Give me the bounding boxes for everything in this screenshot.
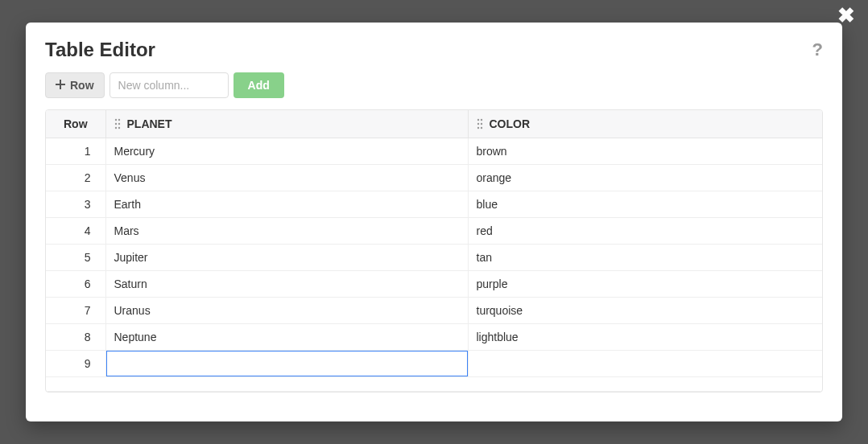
data-table: Row PLANET <box>46 110 822 392</box>
row-number-cell: 1 <box>46 138 105 165</box>
svg-point-4 <box>114 127 116 129</box>
table-wrapper: Row PLANET <box>45 109 823 393</box>
svg-point-1 <box>118 119 119 121</box>
table-row: 1Mercurybrown <box>46 138 822 165</box>
help-icon[interactable]: ? <box>812 39 823 60</box>
color-cell[interactable]: lightblue <box>468 324 822 351</box>
header-color-label: COLOR <box>490 117 531 130</box>
row-number-cell: 7 <box>46 298 105 324</box>
new-column-input[interactable] <box>110 72 229 98</box>
svg-point-9 <box>480 123 482 125</box>
table-editor-modal: Table Editor ? Row Add Row <box>26 23 842 421</box>
planet-cell[interactable]: Saturn <box>105 271 468 298</box>
row-number-cell: 4 <box>46 218 105 245</box>
add-column-button[interactable]: Add <box>234 72 284 98</box>
planet-cell[interactable] <box>105 351 468 377</box>
add-row-button[interactable]: Row <box>45 72 105 98</box>
table-header-row: Row PLANET <box>46 110 822 138</box>
header-color[interactable]: COLOR <box>468 110 822 138</box>
svg-point-5 <box>118 127 119 129</box>
planet-cell[interactable]: Uranus <box>105 298 468 324</box>
table-footer-row <box>46 377 822 392</box>
header-planet[interactable]: PLANET <box>105 110 468 138</box>
svg-point-0 <box>114 119 116 121</box>
table-row: 7Uranusturquoise <box>46 298 822 324</box>
color-cell[interactable]: purple <box>468 271 822 298</box>
color-cell[interactable]: orange <box>468 165 822 191</box>
planet-cell[interactable]: Earth <box>105 191 468 218</box>
table-row: 9 <box>46 351 822 377</box>
svg-point-2 <box>114 123 116 125</box>
svg-point-11 <box>480 127 482 129</box>
svg-point-8 <box>477 123 478 125</box>
planet-cell[interactable]: Mars <box>105 218 468 245</box>
row-number-cell: 3 <box>46 191 105 218</box>
svg-point-6 <box>477 119 478 121</box>
row-number-cell: 9 <box>46 351 105 377</box>
row-number-cell: 2 <box>46 165 105 191</box>
table-row: 5Jupitertan <box>46 245 822 271</box>
planet-cell[interactable]: Mercury <box>105 138 468 165</box>
drag-handle-icon[interactable] <box>114 118 121 130</box>
row-number-cell: 6 <box>46 271 105 298</box>
row-number-cell: 8 <box>46 324 105 351</box>
cell-editor-input[interactable] <box>106 351 468 376</box>
planet-cell[interactable]: Neptune <box>105 324 468 351</box>
header-row-number: Row <box>46 110 105 138</box>
drag-handle-icon[interactable] <box>477 118 483 130</box>
color-cell[interactable]: turquoise <box>468 298 822 324</box>
add-row-label: Row <box>70 79 94 92</box>
svg-point-3 <box>118 123 119 125</box>
color-cell[interactable] <box>468 351 822 377</box>
color-cell[interactable]: tan <box>468 245 822 271</box>
table-row: 3Earthblue <box>46 191 822 218</box>
modal-title: Table Editor <box>45 39 155 61</box>
toolbar: Row Add <box>45 72 823 98</box>
table-row: 6Saturnpurple <box>46 271 822 298</box>
modal-header: Table Editor ? <box>45 39 823 61</box>
svg-point-7 <box>480 119 482 121</box>
plus-icon <box>56 79 65 92</box>
color-cell[interactable]: red <box>468 218 822 245</box>
planet-cell[interactable]: Venus <box>105 165 468 191</box>
table-row: 8Neptunelightblue <box>46 324 822 351</box>
color-cell[interactable]: brown <box>468 138 822 165</box>
svg-point-10 <box>477 127 478 129</box>
table-row: 2Venusorange <box>46 165 822 191</box>
header-planet-label: PLANET <box>127 117 172 130</box>
row-number-cell: 5 <box>46 245 105 271</box>
planet-cell[interactable]: Jupiter <box>105 245 468 271</box>
table-row: 4Marsred <box>46 218 822 245</box>
color-cell[interactable]: blue <box>468 191 822 218</box>
